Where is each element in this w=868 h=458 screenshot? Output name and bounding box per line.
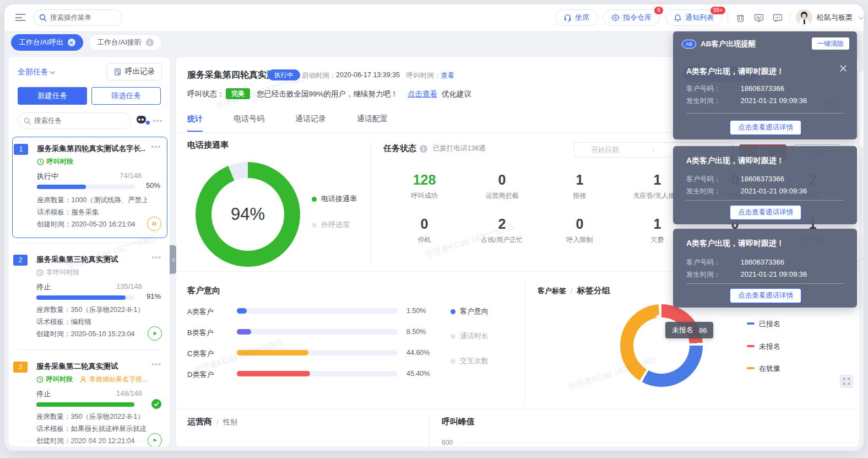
gender-subtitle[interactable]: 性别: [223, 417, 237, 427]
peak-axis-tick: 600: [442, 439, 453, 446]
view-call-detail-button[interactable]: 点击查看通话详情: [730, 288, 801, 303]
filter-task-button[interactable]: 筛选任务: [91, 87, 161, 105]
seat-label: 坐席: [575, 13, 589, 23]
intent-legend-1[interactable]: 客户意向: [451, 306, 489, 316]
collapse-menu-icon[interactable]: [15, 14, 25, 21]
task-seats: 座席数量：350（乐享物2022-8-1）: [36, 412, 147, 422]
avatar: [796, 9, 812, 26]
start-time-label: 启动时间：: [302, 71, 337, 80]
intent-legend-3[interactable]: 交互次数: [451, 356, 489, 366]
task-card-1[interactable]: 1 服务采集第四轮真实测试名字长... ••• 呼叫时段 执行中74/148 5…: [12, 137, 167, 238]
date-start-placeholder: 开始日期: [591, 146, 619, 155]
clear-all-button[interactable]: 一键清除: [812, 37, 849, 50]
command-store-label: 指令仓库: [623, 13, 652, 23]
start-task-button[interactable]: [148, 433, 162, 446]
task-search[interactable]: [18, 112, 131, 129]
intent-label: B类客户: [187, 328, 214, 337]
nav-tab-ai-outbound[interactable]: 工作台/AI呼出: [11, 34, 83, 51]
task-search-input[interactable]: [34, 117, 117, 125]
date-separator: -: [652, 146, 654, 154]
call-period-label: 呼叫时段: [47, 157, 73, 166]
right-edge-panel: [859, 71, 864, 148]
view-call-detail-button[interactable]: 点击查看通话详情: [730, 120, 801, 135]
task-card-3[interactable]: 3 服务采集第二轮真实测试 ••• 呼叫时段 李嫦娥如果名字很... 停止148…: [12, 355, 167, 446]
connect-rate-title: 电话接通率: [187, 140, 229, 150]
pause-icon: [151, 221, 157, 227]
call-records-button[interactable]: 呼出记录: [106, 63, 162, 80]
task-card-2[interactable]: 2 服务采集第三轮真实测试 ••• 非呼叫时段 停止135/148 91% 座席…: [12, 248, 167, 347]
seat-button[interactable]: 坐席: [555, 9, 598, 26]
panel-scroll-chevron-icon[interactable]: [760, 140, 766, 146]
connect-legend-1[interactable]: 电话接通率: [312, 194, 357, 204]
intent-title: 客户意向: [187, 285, 220, 296]
click-view-link[interactable]: 点击查看: [408, 89, 437, 99]
connect-legend-2[interactable]: 外呼进度: [312, 220, 350, 230]
close-tab-icon[interactable]: [68, 39, 75, 46]
fullscreen-icon[interactable]: [840, 375, 853, 388]
monitor-chart-icon[interactable]: [752, 11, 766, 24]
tab-statistics[interactable]: 统计: [187, 114, 203, 132]
peak-gridline: [463, 443, 854, 443]
info-icon[interactable]: [420, 145, 427, 153]
task-created: 创建时间：2020-05-20 16:21:04: [37, 220, 147, 229]
section-divider-v1: [370, 140, 371, 268]
legend-label: 交互次数: [460, 356, 489, 366]
chat-icon[interactable]: [771, 11, 784, 24]
intent-row-a: A类客户 1.50%: [187, 306, 424, 316]
view-call-detail-button[interactable]: 点击查看通话详情: [730, 205, 801, 220]
tags-legend-1[interactable]: 已报名: [747, 319, 780, 329]
task-percent: 50%: [146, 181, 160, 190]
phone-value: 18606373366: [741, 175, 785, 184]
notification-panel-2: A类客户出现，请即时跟进！ 客户号码：18606373366 发生时间：2021…: [673, 146, 857, 224]
trash-icon[interactable]: [734, 11, 747, 24]
tab-phone-numbers[interactable]: 电话号码: [234, 114, 264, 132]
nav-tab-label: 工作台/AI接听: [97, 37, 142, 47]
peak-title: 呼叫峰值: [442, 417, 475, 427]
task-owner: 李嫦娥如果名字很...: [89, 375, 148, 384]
operator-title[interactable]: 运营商: [187, 417, 212, 427]
call-time-label: 呼叫时间：: [406, 71, 441, 80]
close-tab-icon[interactable]: [146, 39, 154, 46]
close-notification-icon[interactable]: [839, 64, 848, 73]
task-seats: 座席数量：1000（测试线路、严禁上量...: [37, 196, 147, 205]
notification-panel-3: A类客户出现，请即时跟进！ 客户号码：18606373366 发生时间：2021…: [673, 229, 857, 308]
tab-call-config[interactable]: 通话配置: [357, 114, 388, 132]
sidebar-more-menu[interactable]: •••: [153, 117, 163, 125]
call-status-label: 呼叫状态：: [187, 89, 225, 99]
legend-label: 已报名: [759, 320, 780, 328]
tags-legend-2[interactable]: 未报名: [747, 342, 780, 352]
task-more-menu[interactable]: •••: [151, 143, 161, 150]
task-progress-bar: [36, 402, 134, 407]
play-icon: [152, 331, 158, 336]
pause-task-button[interactable]: [147, 217, 161, 231]
tags-legend-3[interactable]: 在犹豫: [747, 364, 780, 374]
clock-icon: [36, 269, 44, 276]
legend-label: 客户意向: [460, 306, 489, 316]
task-more-menu[interactable]: •••: [151, 360, 162, 368]
nav-tab-ai-inbound[interactable]: 工作台/AI接听: [89, 34, 162, 51]
notification-title: A类客户出现，请即时跟进！: [686, 239, 784, 249]
stat-operator-block: 0运营商拦截: [463, 172, 541, 201]
command-store-button[interactable]: 指令仓库 6: [603, 9, 660, 26]
intent-legend-2[interactable]: 通话时长: [451, 331, 489, 341]
phone-label: 客户号码：: [686, 84, 721, 94]
task-more-menu[interactable]: •••: [151, 254, 162, 261]
robot-assistant-icon[interactable]: [137, 115, 150, 126]
topbar-divider-2: [790, 12, 790, 23]
notification-divider: [686, 200, 844, 201]
new-task-button[interactable]: 新建任务: [18, 87, 87, 105]
start-task-button[interactable]: [148, 326, 162, 341]
global-search-input[interactable]: [50, 14, 111, 21]
all-tasks-dropdown[interactable]: 全部任务: [18, 67, 54, 77]
call-records-label: 呼出记录: [125, 67, 155, 77]
notify-list-button[interactable]: 通知列表 99+: [665, 9, 722, 26]
clock-icon: [36, 376, 44, 383]
task-index-badge: 3: [13, 362, 28, 373]
chevron-left-icon: [172, 257, 176, 261]
global-search[interactable]: [33, 9, 122, 26]
call-time-view-link[interactable]: 查看: [441, 71, 454, 80]
tags-donut[interactable]: [620, 304, 703, 387]
user-menu[interactable]: 松鼠与板栗: [796, 9, 862, 26]
task-progress-bar: [36, 295, 134, 300]
tab-call-records[interactable]: 通话记录: [295, 114, 326, 132]
